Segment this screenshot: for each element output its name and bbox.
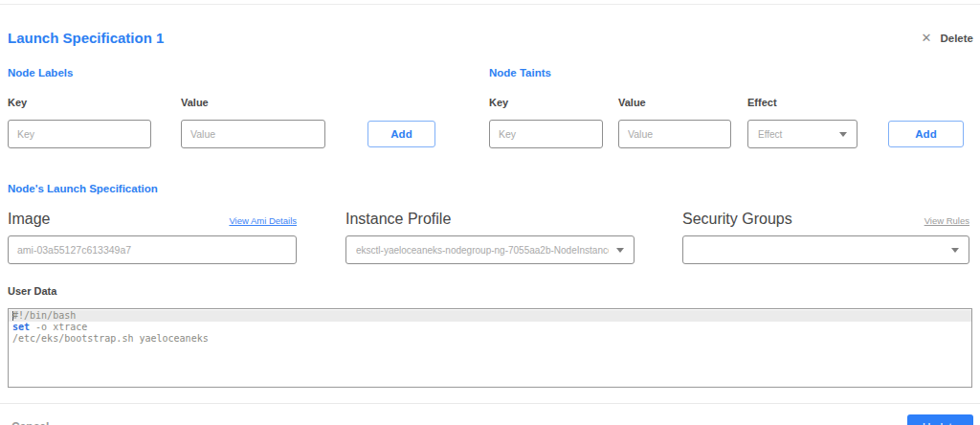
image-input[interactable] bbox=[8, 235, 297, 264]
node-taints-key-field: Key bbox=[489, 97, 603, 148]
node-labels-value-label: Value bbox=[181, 97, 325, 108]
node-labels-section: Node Labels Key Value Add bbox=[8, 67, 435, 148]
delete-button[interactable]: ✕ Delete bbox=[922, 32, 973, 44]
top-divider bbox=[0, 4, 980, 5]
view-rules-link[interactable]: View Rules bbox=[924, 215, 969, 226]
node-labels-key-label: Key bbox=[8, 97, 151, 108]
node-taints-section: Node Taints Key Value Effect Effect Add bbox=[489, 67, 964, 148]
chevron-down-icon bbox=[616, 248, 624, 253]
effect-placeholder-text: Effect bbox=[758, 129, 832, 140]
chevron-down-icon bbox=[839, 132, 847, 137]
node-taints-effect-label: Effect bbox=[747, 97, 858, 108]
update-button[interactable]: Update bbox=[907, 414, 973, 425]
image-field: Image View Ami Details bbox=[8, 211, 297, 264]
image-label: Image bbox=[8, 211, 50, 228]
panel-header: Launch Specification 1 ✕ Delete bbox=[8, 30, 973, 46]
node-taints-add-button[interactable]: Add bbox=[888, 121, 964, 147]
node-labels-value-field: Value bbox=[181, 97, 325, 148]
user-data-section: User Data #!/bin/bash set -o xtrace /etc… bbox=[8, 285, 972, 388]
page-title: Launch Specification 1 bbox=[8, 30, 164, 46]
instance-profile-label: Instance Profile bbox=[345, 211, 451, 228]
node-taints-key-input[interactable] bbox=[489, 120, 603, 148]
node-taints-value-label: Value bbox=[618, 97, 731, 108]
node-taints-effect-field: Effect Effect bbox=[747, 97, 858, 148]
node-taints-title: Node Taints bbox=[489, 67, 964, 78]
node-taints-value-field: Value bbox=[618, 97, 731, 148]
instance-profile-field: Instance Profile eksctl-yaeloceaneks-nod… bbox=[345, 211, 635, 264]
node-taints-effect-select[interactable]: Effect bbox=[747, 120, 858, 148]
node-labels-title: Node Labels bbox=[8, 67, 435, 78]
launch-spec-title: Node's Launch Specification bbox=[8, 183, 972, 194]
security-groups-field: Security Groups View Rules bbox=[682, 211, 969, 264]
view-ami-details-link[interactable]: View Ami Details bbox=[229, 215, 297, 226]
footer: Cancel Update bbox=[0, 404, 980, 425]
instance-profile-select[interactable]: eksctl-yaeloceaneks-nodegroup-ng-7055aa2… bbox=[345, 235, 635, 264]
node-labels-value-input[interactable] bbox=[181, 120, 325, 148]
code-line-1: #!/bin/bash bbox=[9, 310, 971, 322]
user-data-editor[interactable]: #!/bin/bash set -o xtrace /etc/eks/boots… bbox=[8, 308, 972, 388]
chevron-down-icon bbox=[951, 248, 959, 253]
node-taints-value-input[interactable] bbox=[618, 120, 731, 148]
instance-profile-value: eksctl-yaeloceaneks-nodegroup-ng-7055aa2… bbox=[356, 245, 609, 256]
code-line-2: set -o xtrace bbox=[9, 322, 971, 333]
node-labels-add-button[interactable]: Add bbox=[368, 121, 435, 147]
delete-button-label: Delete bbox=[940, 33, 973, 44]
node-labels-key-field: Key bbox=[8, 97, 151, 148]
node-labels-key-input[interactable] bbox=[8, 120, 151, 148]
code-line-3: /etc/eks/bootstrap.sh yaeloceaneks bbox=[9, 333, 971, 345]
cancel-button[interactable]: Cancel bbox=[11, 420, 49, 425]
close-icon: ✕ bbox=[922, 32, 932, 44]
security-groups-label: Security Groups bbox=[682, 211, 792, 228]
security-groups-select[interactable] bbox=[682, 235, 969, 264]
user-data-label: User Data bbox=[8, 285, 972, 297]
launch-spec-section: Node's Launch Specification Image View A… bbox=[8, 183, 972, 264]
node-taints-key-label: Key bbox=[489, 97, 603, 108]
